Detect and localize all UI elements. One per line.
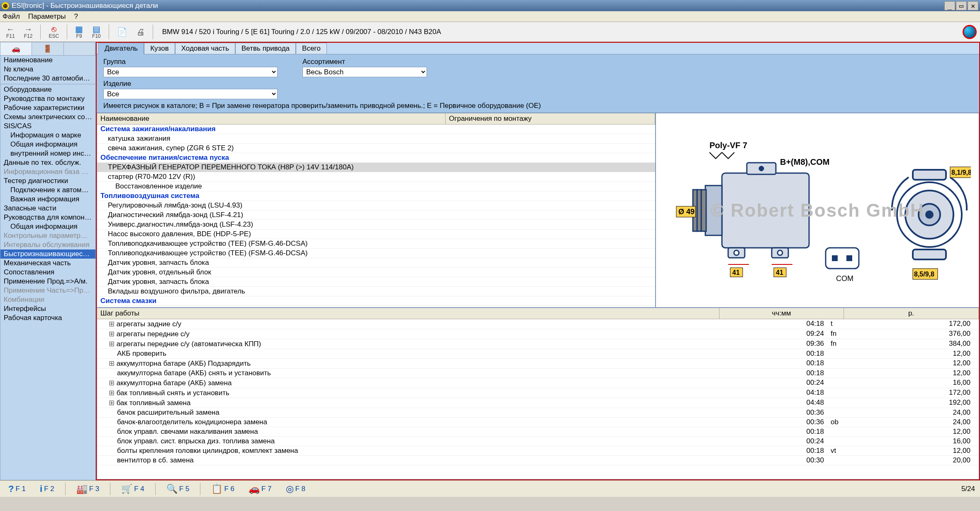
tab-body[interactable]: Кузов [144,43,175,54]
esc-button[interactable]: ⎋ESC [46,24,62,40]
parts-row[interactable]: Обеспечение питания/система пуска [97,153,655,163]
nav-item[interactable]: Руководства по монтажу [0,94,95,103]
search-button[interactable]: 🔍F 5 [163,483,193,495]
work-row[interactable]: вентилтор в сб. замена00:3020,00 [97,456,979,465]
parts-row[interactable]: ТРЕХФАЗНЫЙ ГЕНЕРАТОР ПЕРЕМЕННОГО ТОКА (H… [97,163,655,172]
work-table[interactable]: Шаг работы чч:мм р. агрегаты задние с/у0… [97,308,979,479]
nav-item[interactable]: Данные по тех. обслуж. [0,158,95,167]
sidebar-tab-empty[interactable] [64,42,95,55]
minimize-button[interactable]: _ [944,1,955,10]
nav-item[interactable]: Важная информация [0,195,95,204]
work-row[interactable]: бачок расширительный замена00:3624,00 [97,408,979,418]
svg-text:Ø 49: Ø 49 [678,208,695,216]
parts-row[interactable]: Восстановленное изделие [97,182,655,191]
nav-item[interactable]: SIS/CAS [0,122,95,131]
help-button[interactable]: ?F 1 [5,483,29,495]
work-row[interactable]: агрегаты передние с/у (автоматическа КПП… [97,339,979,349]
print-button[interactable]: 🖨 [134,27,148,37]
grid-button[interactable]: ▦F9 [72,24,86,40]
parts-row[interactable]: Регулировочный лямбда-зонд (LSU-4.93) [97,201,655,210]
grid2-button[interactable]: ▤F10 [89,24,104,40]
work-col-step[interactable]: Шаг работы [97,308,719,319]
nav-item[interactable]: Общая информация [0,140,95,149]
nav-item[interactable]: Быстроизнашивающиеся … [0,249,95,259]
menu-file[interactable]: Файл [2,12,20,21]
nav-item[interactable]: внутренний номер инс… [0,149,95,158]
parts-row[interactable]: катушка зажигания [97,134,655,144]
parts-row[interactable]: Вкладыш воздушного фильтра, двигатель [97,287,655,296]
tab-drive[interactable]: Ветвь привода [235,43,296,54]
parts-row[interactable]: Датчик уровня, запчасть блока [97,258,655,268]
parts-row[interactable]: Топливоподкачивающее устройство (TEE) (F… [97,239,655,249]
work-row[interactable]: блок управл. свечами накаливания замена0… [97,427,979,437]
menu-help[interactable]: ? [74,12,78,21]
sidebar-tab-car[interactable]: 🚗 [0,42,32,55]
work-col-time[interactable]: чч:мм [719,308,844,319]
parts-row[interactable]: стартер (R70-M20 12V (R)) [97,172,655,182]
cart-button[interactable]: 🛒F 4 [118,483,148,495]
sidebar-tab-door[interactable]: 🚪 [32,42,63,55]
parts-col-name[interactable]: Наименование [97,113,446,124]
nav-item[interactable]: Рабочие характеристики [0,103,95,112]
work-row[interactable]: аккумулторна батаре (АКБ) замена00:2416,… [97,378,979,388]
nav-item[interactable]: Механическая часть [0,259,95,268]
doc-button[interactable]: 📄 [114,27,130,37]
nav-item[interactable]: Схемы электрических со… [0,112,95,122]
nav-item[interactable]: № ключа [0,65,95,74]
nav-item[interactable]: Последние 30 автомобилей [0,74,95,83]
doc-button-status[interactable]: 📋F 6 [208,483,238,495]
work-col-price[interactable]: р. [844,308,979,319]
tab-engine[interactable]: Двигатель [98,43,144,54]
menu-params[interactable]: Параметры [28,12,66,21]
nav-item[interactable]: Наименование [0,56,95,65]
nav-item[interactable]: Интерфейсы [0,304,95,313]
parts-row[interactable]: Датчик уровня, запчасть блока [97,277,655,287]
close-button[interactable]: ✕ [968,1,978,10]
work-row[interactable]: аккумулторна батаре (АКБ) Подзарядить00:… [97,359,979,369]
tab-chassis[interactable]: Ходовая часть [175,43,235,54]
parts-row[interactable]: Универс.диагностич.лямбда-зонд (LSF-4.23… [97,220,655,230]
tree-button[interactable]: 🏭F 3 [73,483,103,495]
work-row[interactable]: бачок-влагоотделитель кондиционера замен… [97,418,979,427]
parts-row[interactable]: Система зажигания/накаливания [97,125,655,134]
work-row[interactable]: бак топливный снять и установить04:18172… [97,388,979,398]
nav-item[interactable]: Подключение к автом… [0,186,95,195]
work-row[interactable]: агрегаты передние с/у09:24fn376,00 [97,329,979,339]
nav-item[interactable]: Оборудование [0,85,95,94]
nav-item[interactable]: Применение Прод.=>А/м. [0,277,95,286]
work-row[interactable]: блок управл. сист. впрыска диз. топлива … [97,437,979,446]
parts-row[interactable]: Насос высокого давления, BDE (HDP-5-PE) [97,230,655,239]
nav-item[interactable]: Информация о марке [0,131,95,140]
ring-button[interactable]: ◎F 8 [283,483,309,495]
info-button[interactable]: iF 2 [37,483,58,495]
car-button-status[interactable]: 🚗F 7 [245,483,275,495]
nav-item[interactable]: Рабочая карточка [0,313,95,323]
parts-row[interactable]: свеча зажигания, супер (ZGR 6 STE 2) [97,144,655,153]
globe-icon[interactable] [963,25,977,39]
maximize-button[interactable]: ▭ [956,1,967,10]
nav-item[interactable]: Запасные части [0,204,95,213]
parts-row[interactable]: Топливовоздушная система [97,191,655,201]
back-button[interactable]: ←F11 [3,24,18,40]
nav-item[interactable]: Общая информация [0,222,95,231]
work-row[interactable]: агрегаты задние с/у04:18t172,00 [97,319,979,329]
parts-row[interactable]: Топливоподкачивающее устройство (TEE) (F… [97,249,655,258]
parts-table[interactable]: Наименование Ограничения по монтажу Сист… [97,113,656,308]
parts-row[interactable]: Диагностический лямбда-зонд (LSF-4.21) [97,210,655,220]
tab-all[interactable]: Всего [296,43,327,54]
nav-item[interactable]: Руководства для компон… [0,213,95,222]
forward-button[interactable]: →F12 [21,24,36,40]
watermark: © Robert Bosch GmbH [710,200,924,221]
work-row[interactable]: болты крепления головки цилиндров, компл… [97,446,979,456]
group-select[interactable]: Все [103,67,278,77]
nav-item[interactable]: Сопоставления [0,268,95,277]
parts-row[interactable]: Система смазки [97,296,655,306]
product-select[interactable]: Все [103,89,278,99]
parts-row[interactable]: Датчик уровня, отдельный блок [97,268,655,277]
work-row[interactable]: АКБ проверить00:1812,00 [97,349,979,359]
work-row[interactable]: аккумулторна батаре (АКБ) снять и устано… [97,369,979,378]
nav-item[interactable]: Тестер диагностики [0,176,95,186]
work-row[interactable]: бак топливный замена04:48192,00 [97,398,979,408]
assort-select[interactable]: Весь Bosch [302,67,427,77]
parts-col-restrict[interactable]: Ограничения по монтажу [446,113,655,124]
